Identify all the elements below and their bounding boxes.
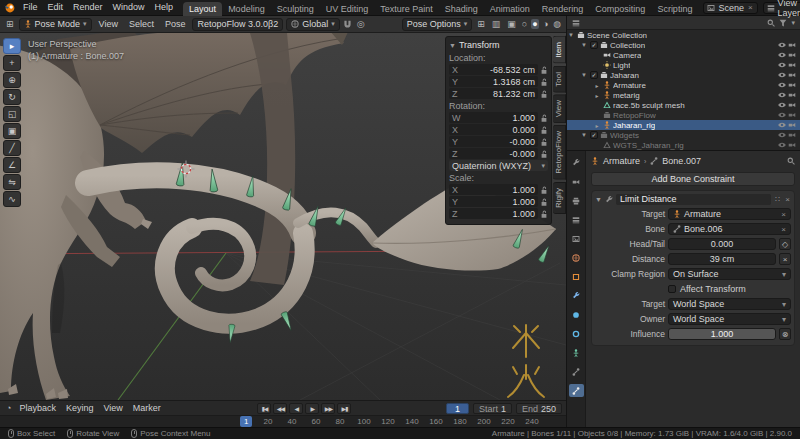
lock-icon[interactable] [540,150,548,158]
clear-target-icon[interactable]: × [781,210,786,219]
tab-retopoflow[interactable]: RetopoFlow [553,125,566,180]
workspace-tab-scripting[interactable]: Scripting [651,2,698,16]
workspace-tab-shading[interactable]: Shading [439,2,484,16]
hide-render-icon[interactable] [788,141,796,149]
scene-selector[interactable]: Scene × [703,2,757,14]
hide-render-icon[interactable] [788,111,796,119]
tab-scene[interactable] [569,232,584,245]
target-space-dropdown[interactable]: World Space ▾ [668,298,791,310]
hide-viewport-icon[interactable] [778,71,786,79]
search-icon[interactable] [787,157,795,165]
menu-view[interactable]: View [95,19,122,29]
timeline-editor-icon[interactable]: ◔ [4,403,13,413]
outliner-row-jaharan-rig[interactable]: ▸ Jaharan_rig [567,120,800,130]
outliner-editor-icon[interactable] [572,19,580,27]
tab-modifiers[interactable] [569,289,584,302]
lock-icon[interactable] [540,210,548,218]
bone-field[interactable]: Bone.006 × [668,223,791,235]
hide-render-icon[interactable] [788,71,796,79]
frame-end-field[interactable]: End250 [516,403,562,414]
workspace-tab-uv-editing[interactable]: UV Editing [320,2,375,16]
outliner-row-metarig[interactable]: ▸ metarig [567,90,800,100]
hide-viewport-icon[interactable] [778,101,786,109]
rotation-z-field[interactable]: Z-0.000 [449,148,538,159]
hide-render-icon[interactable] [788,101,796,109]
outliner-row-widgets[interactable]: ▼ Widgets [567,130,800,140]
hide-render-icon[interactable] [788,121,796,129]
tool-transform[interactable]: ▣ [3,123,21,139]
jump-to-start-button[interactable]: ▮◀ [257,403,271,414]
shading-wireframe-icon[interactable]: ○ [521,19,528,29]
menu-timeline-view[interactable]: View [100,403,127,413]
tool-annotate[interactable]: ╱ [3,140,21,156]
collection-checkbox[interactable] [590,71,598,79]
tool-measure[interactable]: ∠ [3,157,21,173]
rotation-y-field[interactable]: Y-0.000 [449,136,538,147]
expand-icon[interactable]: ▸ [593,82,601,89]
menu-render[interactable]: Render [68,0,108,15]
clamp-region-dropdown[interactable]: On Surface ▾ [668,268,791,280]
rotation-x-field[interactable]: X0.000 [449,124,538,135]
outliner-row-jaharan[interactable]: ▼ Jaharan [567,70,800,80]
menu-file[interactable]: File [18,0,43,15]
tab-object[interactable] [569,270,584,283]
outliner-row-light[interactable]: Light [567,60,800,70]
tab-object-data[interactable] [569,346,584,359]
hide-viewport-icon[interactable] [778,111,786,119]
expand-icon[interactable]: ▼ [580,72,588,78]
current-frame-field[interactable]: 1 [446,403,469,414]
prev-keyframe-button[interactable]: ◀◀ [273,403,287,414]
rotation-w-field[interactable]: W1.000 [449,112,538,123]
hide-render-icon[interactable] [788,51,796,59]
menu-edit[interactable]: Edit [43,0,69,15]
tab-tool[interactable]: Tool [553,66,566,93]
tool-move[interactable]: ⊕ [3,72,21,88]
location-z-field[interactable]: Z81.232 cm [449,88,538,99]
menu-window[interactable]: Window [108,0,150,15]
hide-viewport-icon[interactable] [778,41,786,49]
filter-icon[interactable] [779,19,787,27]
playhead[interactable]: 1 [240,416,252,427]
rotation-mode-dropdown[interactable]: Quaternion (WXYZ)▾ [449,160,548,171]
hide-render-icon[interactable] [788,61,796,69]
expand-icon[interactable]: ▼ [580,132,588,138]
frame-start-field[interactable]: Start1 [473,403,512,414]
workspace-tab-layout[interactable]: Layout [183,2,222,16]
outliner-row-retopoflow[interactable]: RetopoFlow [567,110,800,120]
pose-options-dropdown[interactable]: Pose Options ▾ [402,18,473,31]
lock-icon[interactable] [540,126,548,134]
lock-icon[interactable] [540,138,548,146]
hide-render-icon[interactable] [788,41,796,49]
hide-viewport-icon[interactable] [778,91,786,99]
hide-render-icon[interactable] [788,91,796,99]
workspace-tab-sculpting[interactable]: Sculpting [271,2,320,16]
play-button[interactable]: ▶ [305,403,319,414]
hide-viewport-icon[interactable] [778,81,786,89]
tool-push-relax[interactable]: ∿ [3,191,21,207]
jump-to-end-button[interactable]: ▶▮ [337,403,351,414]
shading-solid-icon[interactable]: ● [531,19,538,29]
menu-marker[interactable]: Marker [129,403,165,413]
search-icon[interactable] [767,19,775,27]
tab-output[interactable] [569,194,584,207]
menu-select[interactable]: Select [125,19,158,29]
lock-icon[interactable] [540,114,548,122]
influence-driver-icon[interactable]: ⊗ [779,328,791,340]
timeline-ruler[interactable]: 0 20 40 60 80 100 120 140 160 180 200 22… [0,415,566,427]
shading-rendered-icon[interactable]: ◍ [552,19,562,29]
chevron-down-icon[interactable]: ▾ [791,19,795,27]
workspace-tab-texture-paint[interactable]: Texture Paint [374,2,439,16]
hide-render-icon[interactable] [788,131,796,139]
add-bone-constraint-button[interactable]: Add Bone Constraint [591,172,795,186]
head-tail-slider[interactable]: 0.000 [668,238,776,250]
tool-scale[interactable]: ◱ [3,106,21,122]
tab-view-layer[interactable] [569,213,584,226]
panel-collapse-icon[interactable]: ▼ [449,42,456,49]
hide-viewport-icon[interactable] [778,131,786,139]
expand-icon[interactable]: ▼ [580,42,588,48]
breadcrumb-bone[interactable]: Bone.007 [662,156,701,166]
tab-render[interactable] [569,175,584,188]
hide-viewport-icon[interactable] [778,51,786,59]
outliner-row-armature[interactable]: ▸ Armature [567,80,800,90]
reset-distance-icon[interactable]: × [779,253,791,265]
